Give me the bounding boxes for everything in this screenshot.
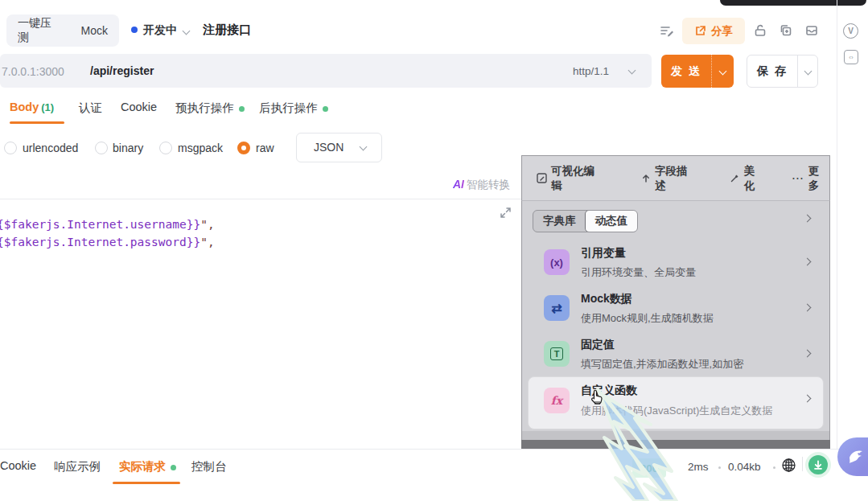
field-desc-button[interactable]: 字段描述 (641, 164, 697, 193)
body-count-badge: (1) (41, 101, 54, 113)
popup-item-custom-function[interactable]: 自定义函数 (581, 384, 637, 398)
popup-item-desc: 使用Mock规则,生成随机数据 (581, 311, 714, 326)
more-icon: ··· (792, 173, 804, 184)
dot-separator (718, 466, 721, 469)
popup-item-mock-data[interactable]: Mock数据 (581, 292, 632, 306)
tab-post-actions[interactable]: 后执行操作 (259, 101, 328, 116)
toggle-dynamic-value[interactable]: 动态值 (585, 210, 639, 232)
format-select-value: JSON (314, 141, 343, 154)
popup-item-desc: 使用脚本代码(JavaScript)生成自定义数据 (581, 404, 772, 418)
ai-logo-icon: AI (453, 178, 464, 191)
active-bottom-tab-underline (113, 482, 180, 484)
copy-icon[interactable] (779, 23, 793, 41)
popup-item-fixed-value[interactable]: 固定值 (581, 338, 615, 352)
page-title: 注册接口 (203, 23, 251, 38)
share-label: 分享 (711, 24, 733, 39)
save-dropdown[interactable] (797, 55, 817, 87)
status-code-badge: 200 (632, 458, 666, 478)
green-dot-icon (239, 106, 245, 112)
chevron-down-icon (183, 27, 191, 35)
reference-variable-icon: (x) (544, 249, 570, 275)
fixed-value-icon: T (544, 341, 570, 367)
version-icon[interactable]: V (843, 23, 858, 39)
popup-toolbar: 可视化编辑 字段描述 美化 ··· 更多 (521, 155, 830, 201)
editor-divider (0, 199, 531, 199)
dev-status-dot (131, 27, 138, 33)
url-host: 7.0.0.1:3000 (2, 65, 64, 78)
protocol-select[interactable]: http/1.1 (573, 65, 609, 77)
custom-function-icon: fx (544, 388, 570, 413)
bottombar-divider (0, 449, 868, 450)
url-path[interactable]: /api/register (90, 64, 154, 77)
top-cutoff-menu-edge (720, 0, 866, 6)
save-button[interactable]: 保 存 (747, 55, 818, 88)
assistant-float-button[interactable] (837, 437, 868, 476)
active-tab-underline (10, 121, 64, 124)
code-line[interactable]: {$fakerjs.Internet.password}}", (0, 236, 215, 248)
beautify-button[interactable]: 美化 (730, 164, 765, 193)
download-response-button[interactable] (808, 455, 828, 474)
unlock-icon[interactable] (753, 23, 767, 41)
app-window: 一键压测 Mock 开发中 注册接口 分享 V ‹› 7.0.0.1:3000 … (0, 0, 868, 501)
toggle-dictionary[interactable]: 字典库 (533, 211, 586, 232)
send-button[interactable]: 发 送 (661, 55, 734, 88)
popup-item-custom-function-row[interactable] (528, 376, 824, 429)
source-toggle: 字典库 动态值 (533, 210, 638, 232)
radio-raw-label[interactable]: raw (256, 142, 274, 154)
visual-edit-button[interactable]: 可视化编辑 (537, 164, 604, 193)
tab-pre-actions[interactable]: 预执行操作 (175, 101, 245, 116)
radio-urlencoded[interactable] (4, 142, 17, 154)
tab-mock[interactable]: Mock (70, 24, 119, 37)
popup-item-desc: 引用环境变量、全局变量 (581, 265, 696, 280)
tab-cookie[interactable]: Cookie (121, 101, 157, 113)
tab-stress-test[interactable]: 一键压测 (6, 16, 70, 45)
save-label: 保 存 (747, 55, 797, 87)
visual-edit-icon (537, 173, 547, 183)
doc-tab-group: 一键压测 Mock (6, 14, 119, 47)
code-panel-icon[interactable]: ‹› (844, 50, 858, 64)
right-rail-divider (837, 0, 837, 449)
status-divider (802, 457, 803, 471)
archive-icon[interactable] (804, 23, 819, 41)
send-label: 发 送 (661, 55, 712, 88)
share-icon (694, 25, 706, 37)
tab-body[interactable]: Body(1) (10, 101, 54, 113)
popup-bottom-track (521, 431, 830, 440)
radio-binary[interactable] (95, 142, 108, 154)
mock-data-icon: ⇄ (544, 295, 570, 321)
tab-console[interactable]: 控制台 (191, 459, 227, 474)
globe-icon[interactable] (781, 458, 796, 476)
ai-convert-button[interactable]: AI智能转换 (453, 178, 510, 192)
tab-response-example[interactable]: 响应示例 (54, 459, 101, 474)
beautify-icon (730, 173, 740, 183)
more-button[interactable]: ··· 更多 (792, 164, 829, 193)
radio-raw[interactable] (237, 142, 250, 154)
bird-icon (845, 447, 866, 466)
green-dot-icon (171, 465, 176, 470)
code-line[interactable]: {$fakerjs.Internet.username}}", (0, 218, 215, 231)
expand-icon[interactable] (499, 206, 512, 223)
green-dot-icon (323, 106, 328, 112)
tab-actual-request[interactable]: 实际请求 (119, 459, 176, 474)
tab-auth[interactable]: 认证 (79, 101, 102, 116)
radio-msgpack-label[interactable]: msgpack (178, 142, 223, 154)
dot-separator (773, 466, 775, 469)
radio-binary-label[interactable]: binary (113, 142, 143, 154)
popup-bottom-scrollbar[interactable] (521, 440, 830, 449)
radio-msgpack[interactable] (159, 142, 172, 154)
tab-response-cookie[interactable]: Cookie (0, 459, 36, 472)
response-size: 0.04kb (728, 461, 761, 473)
send-dropdown[interactable] (712, 55, 734, 88)
edit-note-icon[interactable] (660, 24, 674, 42)
radio-urlencoded-label[interactable]: urlencoded (23, 142, 78, 154)
response-time: 2ms (688, 461, 709, 473)
popup-item-reference-variable[interactable]: 引用变量 (581, 246, 626, 261)
popup-item-desc: 填写固定值,并添加函数处理,如加密 (581, 357, 743, 372)
dev-status-select[interactable]: 开发中 (143, 23, 177, 38)
field-desc-icon (641, 173, 651, 183)
version-letter: V (848, 27, 854, 35)
share-button[interactable]: 分享 (682, 18, 745, 44)
